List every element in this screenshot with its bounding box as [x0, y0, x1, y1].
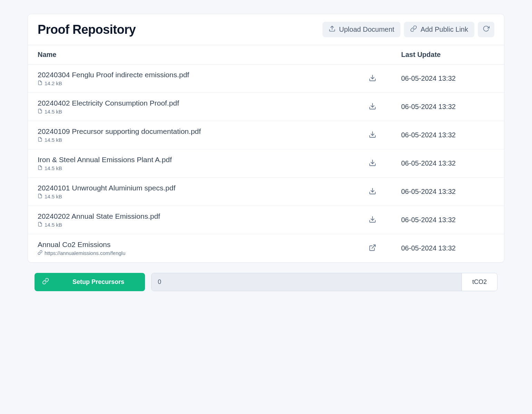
page-title: Proof Repository: [38, 22, 136, 37]
file-name: 20240109 Precursor supporting documentat…: [38, 127, 367, 136]
action-cell: [367, 214, 401, 226]
download-button[interactable]: [367, 185, 378, 198]
file-icon: [38, 165, 42, 171]
file-icon: [38, 222, 42, 228]
file-size: 14.5 kB: [45, 109, 62, 115]
card-header: Proof Repository Upload Document Add Pub…: [28, 14, 504, 45]
add-public-link-button[interactable]: Add Public Link: [404, 22, 474, 37]
file-meta: 14.5 kB: [38, 137, 367, 143]
tco2-input[interactable]: [152, 273, 462, 291]
download-icon: [369, 191, 376, 196]
link-label: Add Public Link: [420, 26, 468, 33]
file-meta: https://annualemissions.com/fenglu: [38, 250, 367, 256]
last-update-cell: 06-05-2024 13:32: [401, 75, 494, 82]
upload-label: Upload Document: [339, 26, 394, 33]
file-name: 20240304 Fenglu Proof indirecte emission…: [38, 71, 367, 79]
link-icon: [42, 278, 49, 286]
name-cell: 20240109 Precursor supporting documentat…: [38, 127, 367, 143]
table-row: 20240202 Annual State Emissions.pdf14.5 …: [28, 206, 504, 234]
column-action-spacer: [367, 51, 401, 59]
file-meta: 14.5 kB: [38, 165, 367, 171]
file-meta: 14.5 kB: [38, 109, 367, 115]
file-meta: 14.5 kB: [38, 222, 367, 228]
file-size: 14.5 kB: [45, 222, 62, 228]
upload-icon: [329, 25, 336, 34]
open-link-button[interactable]: [367, 242, 378, 255]
tco2-input-group: tCO2: [151, 273, 497, 291]
file-name: 20240202 Annual State Emissions.pdf: [38, 212, 367, 220]
last-update-cell: 06-05-2024 13:32: [401, 103, 494, 111]
setup-precursors-button[interactable]: Setup Precursors: [35, 273, 145, 291]
action-cell: [367, 185, 401, 198]
file-meta: 14.2 kB: [38, 80, 367, 86]
footer-bar: Setup Precursors tCO2: [28, 273, 504, 302]
column-name: Name: [38, 51, 367, 59]
file-icon: [38, 109, 42, 115]
link-icon: [410, 25, 417, 34]
action-cell: [367, 157, 401, 170]
download-icon: [369, 162, 376, 168]
name-cell: Annual Co2 Emissionshttps://annualemissi…: [38, 240, 367, 256]
action-cell: [367, 242, 401, 255]
file-name: 20240101 Unwrought Aluminium specs.pdf: [38, 184, 367, 192]
name-cell: 20240304 Fenglu Proof indirecte emission…: [38, 71, 367, 86]
setup-label: Setup Precursors: [59, 278, 137, 286]
svg-line-7: [372, 245, 375, 248]
file-name: Iron & Steel Annual Emissions Plant A.pd…: [38, 156, 367, 164]
download-button[interactable]: [367, 157, 378, 170]
last-update-cell: 06-05-2024 13:32: [401, 159, 494, 167]
unit-label: tCO2: [462, 273, 497, 291]
name-cell: 20240202 Annual State Emissions.pdf14.5 …: [38, 212, 367, 228]
proof-repository-card: Proof Repository Upload Document Add Pub…: [28, 14, 504, 263]
last-update-cell: 06-05-2024 13:32: [401, 244, 494, 252]
table-row: 20240101 Unwrought Aluminium specs.pdf14…: [28, 178, 504, 206]
name-cell: Iron & Steel Annual Emissions Plant A.pd…: [38, 156, 367, 171]
download-icon: [369, 219, 376, 224]
file-icon: [38, 194, 42, 199]
header-actions: Upload Document Add Public Link: [322, 22, 494, 37]
table-row: 20240304 Fenglu Proof indirecte emission…: [28, 65, 504, 93]
table-header: Name Last Update: [28, 45, 504, 65]
refresh-button[interactable]: [478, 22, 494, 37]
last-update-cell: 06-05-2024 13:32: [401, 188, 494, 196]
external-link-icon: [369, 247, 376, 253]
download-button[interactable]: [367, 129, 378, 141]
file-name: 20240402 Electricity Consumption Proof.p…: [38, 99, 367, 107]
download-button[interactable]: [367, 100, 378, 113]
name-cell: 20240402 Electricity Consumption Proof.p…: [38, 99, 367, 115]
last-update-cell: 06-05-2024 13:32: [401, 131, 494, 139]
action-cell: [367, 72, 401, 85]
file-size: 14.5 kB: [45, 165, 62, 171]
refresh-icon: [483, 25, 490, 34]
table-body: 20240304 Fenglu Proof indirecte emission…: [28, 65, 504, 262]
table-row: 20240109 Precursor supporting documentat…: [28, 121, 504, 149]
file-name: Annual Co2 Emissions: [38, 240, 367, 249]
column-last-update: Last Update: [401, 51, 494, 59]
file-size: 14.5 kB: [45, 137, 62, 143]
file-icon: [38, 137, 42, 143]
table-row: Iron & Steel Annual Emissions Plant A.pd…: [28, 149, 504, 178]
action-cell: [367, 129, 401, 141]
action-cell: [367, 100, 401, 113]
file-url: https://annualemissions.com/fenglu: [45, 250, 125, 256]
link-icon: [38, 250, 42, 256]
last-update-cell: 06-05-2024 13:32: [401, 216, 494, 224]
download-icon: [369, 78, 376, 83]
upload-document-button[interactable]: Upload Document: [322, 22, 400, 37]
download-button[interactable]: [367, 72, 378, 85]
file-size: 14.2 kB: [45, 80, 62, 86]
file-icon: [38, 80, 42, 86]
download-icon: [369, 106, 376, 111]
name-cell: 20240101 Unwrought Aluminium specs.pdf14…: [38, 184, 367, 199]
table-row: Annual Co2 Emissionshttps://annualemissi…: [28, 234, 504, 262]
file-size: 14.5 kB: [45, 194, 62, 199]
table-row: 20240402 Electricity Consumption Proof.p…: [28, 93, 504, 121]
download-icon: [369, 134, 376, 139]
file-meta: 14.5 kB: [38, 194, 367, 199]
download-button[interactable]: [367, 214, 378, 226]
